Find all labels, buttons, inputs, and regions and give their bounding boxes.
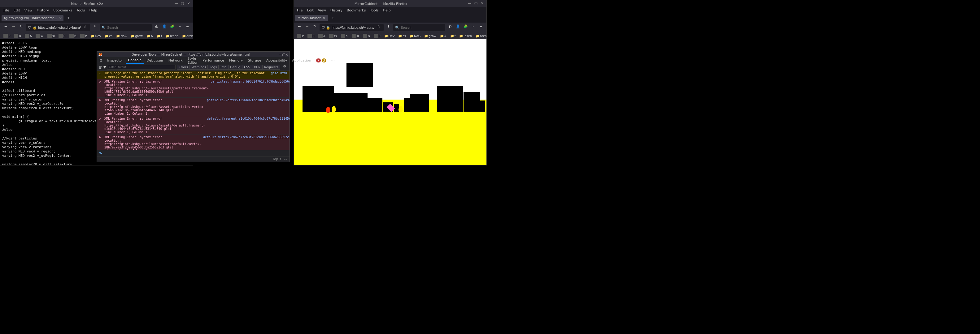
url-bar[interactable]: 🛡 🔒 ☆ [26, 24, 90, 31]
hamburger-icon[interactable]: ≡ [478, 24, 484, 31]
devtools-tab-memory[interactable]: Memory [227, 57, 245, 63]
menu-help[interactable]: Help [88, 8, 99, 13]
filter-btn-warnings[interactable]: Warnings [190, 65, 208, 70]
maximize-button[interactable]: ▢ [473, 1, 478, 6]
message-source-link[interactable]: particles.vertex-f256b02fae10b9bfa09bfdd… [207, 98, 290, 102]
maximize-button[interactable]: ▢ [282, 52, 285, 57]
filter-btn-debug[interactable]: Debug [228, 65, 242, 70]
devtools-tab-network[interactable]: Network [166, 57, 185, 63]
menu-view[interactable]: View [316, 8, 328, 13]
close-button[interactable]: × [186, 1, 191, 6]
overflow-icon[interactable]: » [177, 24, 183, 31]
bookmark-item[interactable]: R [351, 33, 360, 39]
message-source-link[interactable]: particles.fragment-b90524761fdf09bdad360… [210, 80, 290, 83]
search-bar[interactable]: 🔍 [393, 24, 445, 31]
bookmark-item[interactable]: P [2, 33, 11, 39]
console-input-row[interactable]: ≫ [97, 150, 290, 156]
new-tab-button[interactable]: + [329, 14, 337, 22]
devtools-menu-icon[interactable]: ⋯ [329, 57, 337, 63]
menu-history[interactable]: History [329, 8, 344, 13]
tab-close-icon[interactable]: × [59, 16, 62, 20]
message-source-link[interactable]: default.vertex-28b7e77ea3f282ebd5b066ba2… [203, 135, 290, 139]
bookmark-item[interactable]: P [372, 33, 382, 39]
menu-tools[interactable]: Tools [75, 8, 87, 13]
devtools-tab-console[interactable]: Console [126, 57, 144, 64]
new-tab-button[interactable]: + [65, 14, 72, 22]
bookmark-item[interactable]: 📁Dev [89, 34, 102, 38]
url-bar[interactable]: 🛡 🔒 ☆ [320, 24, 383, 31]
browser-tab[interactable]: MirrorCabinet × [295, 15, 328, 21]
maximize-button[interactable]: ▢ [180, 1, 185, 6]
filter-btn-info[interactable]: Info [219, 65, 228, 70]
bookmark-star-icon[interactable]: ☆ [82, 24, 88, 31]
bookmark-item[interactable]: 📁archive [474, 34, 487, 38]
bookmark-item[interactable]: A [24, 33, 33, 39]
filter-btn-css[interactable]: CSS [242, 65, 252, 70]
menu-edit[interactable]: Edit [11, 8, 22, 13]
shield-icon[interactable]: 🛡 [28, 26, 31, 30]
bookmark-item[interactable]: 📁lesen [458, 34, 473, 38]
bookmark-item[interactable]: 📁Dev [383, 34, 396, 38]
overflow-icon[interactable]: » [470, 24, 476, 31]
url-input[interactable] [38, 26, 81, 29]
minimize-button[interactable]: — [279, 52, 282, 57]
menu-bookmarks[interactable]: Bookmarks [51, 8, 74, 13]
bookmark-item[interactable]: W [328, 33, 339, 39]
close-button[interactable]: × [285, 52, 288, 57]
hamburger-icon[interactable]: ≡ [185, 24, 191, 31]
pocket-icon[interactable]: ◐ [447, 24, 453, 31]
forward-button[interactable]: → [304, 24, 310, 31]
devtools-tab-performance[interactable]: Performance [200, 57, 227, 63]
bookmark-star-icon[interactable]: ☆ [375, 24, 382, 31]
close-button[interactable]: × [480, 1, 485, 6]
bookmark-item[interactable]: W [34, 33, 45, 39]
devtools-tab-application[interactable]: Application [290, 57, 313, 63]
shield-icon[interactable]: 🛡 [321, 26, 325, 30]
download-icon[interactable]: ⬇ [92, 24, 98, 31]
account-icon[interactable]: 👤 [455, 24, 461, 31]
menu-history[interactable]: History [35, 8, 51, 13]
bookmark-item[interactable]: 📁NaG [409, 34, 422, 38]
extensions-icon[interactable]: 🧩 [169, 24, 175, 31]
filter-btn-logs[interactable]: Logs [208, 65, 219, 70]
sidebar-toggle-icon[interactable]: ▭ [284, 157, 287, 161]
bookmark-item[interactable]: sl [46, 33, 56, 39]
bookmark-item[interactable]: 📁archive [181, 34, 193, 38]
bookmark-item[interactable]: 📁grow [423, 34, 438, 38]
bookmark-item[interactable]: B [362, 33, 371, 39]
bookmark-item[interactable]: sl [340, 33, 350, 39]
bookmark-item[interactable]: 📁NaG [115, 34, 128, 38]
bookmark-item[interactable]: 📁A [145, 34, 154, 38]
filter-btn-errors[interactable]: Errors [177, 65, 190, 70]
search-bar[interactable]: 🔍 [100, 24, 152, 31]
bookmark-item[interactable]: 📁A [439, 34, 448, 38]
bookmark-item[interactable]: 📁lesen [164, 34, 180, 38]
pocket-icon[interactable]: ◐ [154, 24, 159, 31]
bookmark-item[interactable]: R [13, 33, 22, 39]
browser-tab[interactable]: fginfo.ksbg.ch/~laura/assets/… × [2, 15, 64, 21]
bookmark-item[interactable]: A [317, 33, 327, 39]
tab-close-icon[interactable]: × [323, 16, 325, 20]
bookmark-item[interactable]: 📁cs [397, 34, 407, 38]
bookmark-item[interactable]: 📁grow [129, 34, 144, 38]
filter-input[interactable] [107, 65, 175, 70]
search-input[interactable] [401, 26, 444, 29]
bookmark-item[interactable]: R [57, 33, 67, 39]
account-icon[interactable]: 👤 [161, 24, 167, 31]
minimize-button[interactable]: — [174, 1, 179, 6]
reload-button[interactable]: ↻ [18, 24, 24, 31]
menu-bookmarks[interactable]: Bookmarks [345, 8, 368, 13]
devtools-tab-storage[interactable]: Storage [245, 57, 264, 63]
bookmark-item[interactable]: 📁f [449, 34, 457, 38]
message-source-link[interactable]: default.fragment-e1c010bd4044c0b67c76bc5… [207, 117, 290, 120]
menu-tools[interactable]: Tools [368, 8, 380, 13]
minimize-button[interactable]: — [467, 1, 472, 6]
pick-element-icon[interactable]: ⊡ [97, 57, 105, 63]
menu-file[interactable]: File [295, 8, 304, 13]
devtools-tab-inspector[interactable]: Inspector [105, 57, 126, 63]
menu-edit[interactable]: Edit [305, 8, 315, 13]
menu-help[interactable]: Help [381, 8, 393, 13]
download-icon[interactable]: ⬇ [385, 24, 391, 31]
bookmark-item[interactable]: 📁cs [103, 34, 114, 38]
back-button[interactable]: ← [3, 24, 9, 31]
